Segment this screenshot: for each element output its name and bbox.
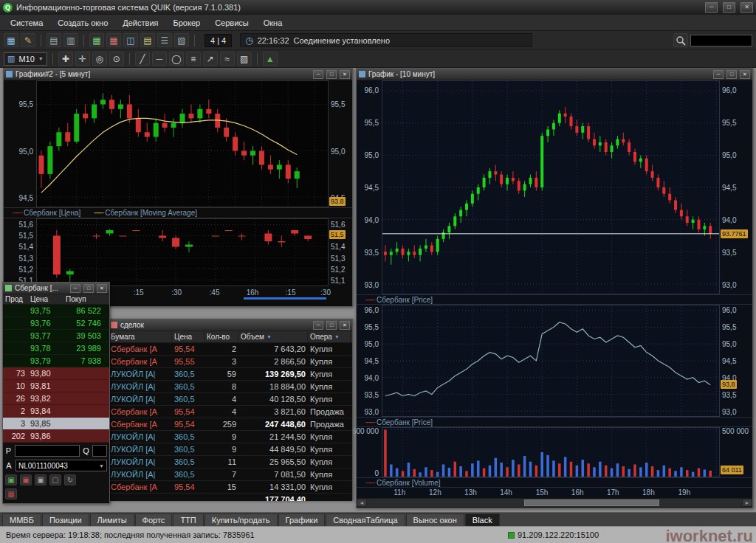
tab-positions[interactable]: Позиции bbox=[42, 513, 89, 526]
ask-row[interactable]: 93,7652 746 bbox=[3, 317, 109, 330]
column-volume[interactable]: Объем▼ bbox=[238, 331, 308, 342]
crosshair-icon[interactable]: ✚ bbox=[58, 52, 73, 66]
scrollbar-track[interactable] bbox=[367, 499, 742, 507]
horizontal-line-icon[interactable]: ─ bbox=[152, 52, 167, 66]
sell-order-icon[interactable]: ▣ bbox=[20, 474, 32, 485]
sort-icon[interactable]: ▼ bbox=[334, 334, 340, 339]
news-icon[interactable]: ▤ bbox=[140, 33, 155, 47]
buy-order-icon[interactable]: ▣ bbox=[5, 474, 17, 485]
pointer-icon[interactable]: ✛ bbox=[75, 52, 90, 66]
tab-ttp[interactable]: ТТП bbox=[173, 513, 203, 526]
trade-row[interactable]: ЛУКОЙЛ [А|360,5818 884,00Купля bbox=[109, 381, 352, 393]
window-maximize-button[interactable]: □ bbox=[726, 70, 737, 79]
menu-broker[interactable]: Брокер bbox=[166, 16, 208, 30]
bid-row[interactable]: 2693,82 bbox=[3, 392, 109, 405]
window-minimize-button[interactable]: ─ bbox=[313, 70, 323, 79]
window-close-button[interactable]: ✕ bbox=[97, 284, 107, 293]
stop-order-icon[interactable]: ▣ bbox=[35, 474, 47, 485]
messages-icon[interactable]: ▧ bbox=[174, 33, 189, 47]
bid-row[interactable]: 7393,80 bbox=[3, 367, 109, 380]
arrow-marker-icon[interactable]: ↗ bbox=[203, 52, 218, 66]
trade-row[interactable]: ЛУКОЙЛ [А|360,559139 269,50Купля bbox=[109, 368, 352, 381]
ask-row[interactable]: 93,7739 503 bbox=[3, 330, 109, 342]
sberbank-price-line-chart[interactable] bbox=[382, 305, 720, 417]
quick-search-input[interactable] bbox=[690, 35, 752, 46]
ellipse-icon[interactable]: ◯ bbox=[169, 52, 184, 66]
trade-row[interactable]: Сбербанк [А95,541514 331,00Купля bbox=[109, 481, 352, 494]
scroll-left-arrow-icon[interactable]: ◄ bbox=[357, 499, 367, 507]
ask-row[interactable]: 93,797 938 bbox=[3, 355, 109, 367]
bid-row[interactable]: 20293,86 bbox=[3, 430, 109, 443]
scroll-right-arrow-icon[interactable]: ► bbox=[742, 499, 752, 507]
trade-row[interactable]: Сбербанк [А95,5443 821,60Продажа bbox=[109, 406, 352, 418]
window-maximize-button[interactable]: □ bbox=[326, 70, 337, 79]
quantity-input[interactable] bbox=[92, 445, 107, 457]
search-icon[interactable] bbox=[673, 33, 688, 47]
print-icon[interactable]: ▥ bbox=[63, 33, 78, 47]
column-price[interactable]: Цена bbox=[28, 294, 63, 304]
tab-buy-sell[interactable]: Купить/продать bbox=[205, 513, 278, 526]
price-input[interactable] bbox=[15, 445, 80, 457]
portfolio-icon[interactable]: ☰ bbox=[157, 33, 172, 47]
orders-table-icon[interactable]: ▦ bbox=[5, 488, 17, 499]
bid-row[interactable]: 1093,81 bbox=[3, 380, 109, 392]
trade-row[interactable]: ЛУКОЙЛ [А|360,51125 965,50Купля bbox=[109, 456, 352, 468]
tab-black[interactable]: Black bbox=[465, 513, 500, 526]
quotes-table-icon[interactable]: ▦ bbox=[89, 33, 104, 47]
menu-windows[interactable]: Окна bbox=[256, 16, 290, 30]
trade-row[interactable]: Сбербанк [А95,5532 866,50Купля bbox=[109, 356, 352, 368]
bid-row[interactable]: 293,84 bbox=[3, 405, 109, 418]
trade-row[interactable]: ЛУКОЙЛ [А|360,5921 244,50Купля bbox=[109, 431, 352, 443]
tab-mmvb[interactable]: ММВБ bbox=[2, 513, 41, 526]
trade-row[interactable]: Сбербанк [А95,5427 643,20Купля bbox=[109, 343, 352, 356]
ask-row[interactable]: 93,7586 522 bbox=[3, 305, 109, 317]
column-price[interactable]: Цена bbox=[172, 331, 205, 342]
window-minimize-button[interactable]: ─ bbox=[713, 70, 724, 79]
window-minimize-button[interactable]: ─ bbox=[313, 321, 323, 330]
tab-windows-out[interactable]: Вынос окон bbox=[406, 513, 464, 526]
edit-order-icon[interactable]: ✎ bbox=[21, 33, 35, 47]
column-buy[interactable]: Покуп bbox=[63, 294, 105, 304]
charts2-titlebar[interactable]: Графики#2 - [5 минут] ─ □ ✕ bbox=[4, 69, 352, 80]
sort-icon[interactable]: ▼ bbox=[267, 334, 272, 339]
column-operation[interactable]: Опера▼ bbox=[308, 331, 351, 342]
trades-titlebar[interactable]: сделок ─ □ ✕ bbox=[109, 319, 352, 331]
indicator-icon[interactable]: ▲ bbox=[263, 52, 278, 66]
sberbank-5min-candle-chart[interactable] bbox=[36, 80, 329, 207]
hatch-icon[interactable]: ▨ bbox=[237, 52, 252, 66]
secondary-candle-chart[interactable] bbox=[36, 218, 329, 286]
account-select[interactable]: NL0011100043 ▼ bbox=[16, 460, 107, 471]
tab-forts[interactable]: Фортс bbox=[135, 513, 173, 526]
column-instrument[interactable]: Бумага bbox=[109, 331, 172, 342]
save-icon[interactable]: ▤ bbox=[47, 33, 61, 47]
cancel-order-icon[interactable]: ▢ bbox=[49, 474, 61, 485]
window-maximize-button[interactable]: □ bbox=[83, 284, 94, 293]
app-minimize-button[interactable]: ─ bbox=[705, 2, 718, 13]
bid-row[interactable]: 393,85 bbox=[3, 418, 109, 430]
menu-services[interactable]: Сервисы bbox=[207, 16, 256, 30]
trade-row[interactable]: ЛУКОЙЛ [А|360,5440 128,50Купля bbox=[109, 393, 352, 406]
app-maximize-button[interactable]: □ bbox=[723, 2, 735, 13]
refresh-icon[interactable]: ↻ bbox=[64, 474, 76, 485]
window-close-button[interactable]: ✕ bbox=[340, 321, 350, 330]
sberbank-10min-candle-chart[interactable] bbox=[382, 80, 720, 294]
tab-charts[interactable]: Графики bbox=[278, 513, 326, 526]
chart-10min-titlebar[interactable]: График - [10 минут] ─ □ ✕ bbox=[357, 69, 752, 80]
trade-row[interactable]: Сбербанк [А95,54259247 448,60Продажа bbox=[109, 418, 352, 431]
window-close-button[interactable]: ✕ bbox=[740, 70, 750, 79]
scrollbar-thumb[interactable] bbox=[524, 499, 659, 506]
wave-icon[interactable]: ≈ bbox=[220, 52, 235, 66]
column-quantity[interactable]: Кол-во bbox=[205, 331, 238, 342]
trade-row[interactable]: ЛУКОЙЛ [А|360,5944 849,50Купля bbox=[109, 443, 352, 456]
window-maximize-button[interactable]: □ bbox=[326, 321, 337, 330]
trade-row[interactable]: ЛУКОЙЛ [А|360,577 081,50Купля bbox=[109, 468, 352, 481]
tab-limits[interactable]: Лимиты bbox=[90, 513, 134, 526]
app-close-button[interactable]: ✕ bbox=[740, 2, 753, 13]
chart-icon[interactable]: ◫ bbox=[123, 33, 138, 47]
ask-row[interactable]: 93,7823 989 bbox=[3, 342, 109, 355]
trade-row[interactable]: 177 704,40 bbox=[109, 494, 352, 501]
window-minimize-button[interactable]: ─ bbox=[70, 284, 80, 293]
trend-line-icon[interactable]: ╱ bbox=[135, 52, 150, 66]
fibonacci-icon[interactable]: ≡ bbox=[186, 52, 201, 66]
horizontal-scrollbar[interactable]: ◄ ► bbox=[357, 498, 752, 507]
